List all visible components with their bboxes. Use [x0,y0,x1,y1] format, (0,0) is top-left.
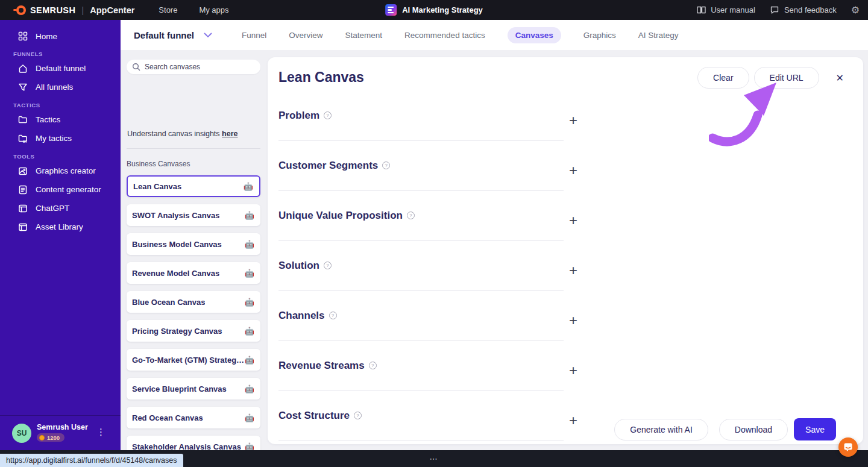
user-manual-link[interactable]: User manual [696,5,755,15]
canvas-item-red-ocean[interactable]: Red Ocean Canvas 🤖 [127,407,260,428]
info-icon[interactable]: ? [329,312,337,319]
tab-funnel[interactable]: Funnel [242,31,266,40]
sidebar-item-chatgpt[interactable]: ChatGPT [0,199,121,218]
canvas-item-go-to-market[interactable]: Go-To-Market (GTM) Strateg… 🤖 [127,349,260,371]
sidebar-item-label: Asset Library [36,222,83,231]
add-item-button[interactable]: + [569,413,577,428]
chevron-down-icon [203,30,213,40]
sidebar-item-asset-library[interactable]: Asset Library [0,218,121,236]
canvas-item-label: Stakeholder Analysis Canvas [132,442,241,451]
edit-url-button[interactable]: Edit URL [754,67,819,89]
window-icon [17,203,28,213]
section-title: Unique Value Proposition [278,210,403,222]
user-block[interactable]: SU Semrush User 1200 ⋮ [0,415,121,450]
canvas-item-service-blueprint[interactable]: Service Blueprint Canvas 🤖 [127,378,260,400]
sidebar-group-tactics: TACTICS [0,102,121,108]
nav-my-apps[interactable]: My apps [199,5,228,14]
generate-with-ai-button[interactable]: Generate with AI [614,419,708,440]
sidebar-item-default-funnel[interactable]: Default funnel [0,59,121,78]
robot-icon: 🤖 [245,298,254,306]
section-divider [278,390,564,391]
close-icon[interactable]: ✕ [836,72,844,84]
user-menu-dots-icon[interactable]: ⋮ [96,427,106,437]
nav-store[interactable]: Store [159,5,177,14]
section-divider [278,240,564,241]
canvas-actions: Clear Edit URL ✕ [697,67,844,89]
canvas-item-label: Go-To-Market (GTM) Strateg… [132,356,244,365]
sidebar-item-my-tactics[interactable]: MY My tactics [0,129,121,148]
robot-icon: 🤖 [245,240,254,248]
section-divider [278,140,564,141]
canvas-footer-actions: Generate with AI Download Save [614,418,836,440]
canvas-item-lean-canvas[interactable]: Lean Canvas 🤖 [127,175,260,197]
add-item-button[interactable]: + [569,313,577,328]
tab-statement[interactable]: Statement [345,31,383,40]
sidebar-item-label: ChatGPT [36,204,69,213]
status-url: https://app.digitalfirst.ai/funnels/f/d/… [6,456,177,465]
clear-button[interactable]: Clear [697,67,749,89]
section-revenue-streams: Revenue Streams ? + [278,355,577,405]
tab-recommended-tactics[interactable]: Recommended tactics [404,31,485,40]
sidebar-item-label: Content generator [36,185,101,194]
canvas-item-stakeholder-analysis[interactable]: Stakeholder Analysis Canvas 🤖 [127,436,260,450]
user-manual-label: User manual [711,5,755,14]
tab-canvases[interactable]: Canvases [508,27,561,43]
save-button[interactable]: Save [794,418,836,440]
section-title: Channels [278,310,325,322]
send-feedback-link[interactable]: Send feedback [770,5,837,15]
chat-widget-button[interactable] [838,437,858,457]
robot-icon: 🤖 [245,212,254,219]
section-divider [278,290,564,291]
section-title: Solution [278,260,319,272]
book-icon [696,5,706,15]
add-item-button[interactable]: + [569,113,577,128]
add-item-button[interactable]: + [569,263,577,278]
canvas-item-label: SWOT Analysis Canvas [132,211,219,220]
info-icon[interactable]: ? [324,111,332,119]
canvas-item-pricing-strategy[interactable]: Pricing Strategy Canvas 🤖 [127,320,260,342]
tab-overview[interactable]: Overview [289,31,322,40]
robot-icon: 🤖 [245,414,254,422]
add-item-button[interactable]: + [569,363,577,378]
sidebar-item-content-generator[interactable]: Content generator [0,180,121,199]
info-icon[interactable]: ? [354,412,362,419]
canvas-item-label: Blue Ocean Canvas [132,298,205,307]
canvas-item-swot-analysis[interactable]: SWOT Analysis Canvas 🤖 [127,204,260,226]
download-button[interactable]: Download [719,419,788,440]
canvas-item-label: Pricing Strategy Canvas [132,327,222,336]
sidebar-item-all-funnels[interactable]: All funnels [0,78,121,96]
robot-icon: 🤖 [245,327,254,335]
brand-divider: | [81,5,84,15]
section-title: Customer Segments [278,160,378,172]
taskbar-dots: ⋯ [430,454,439,463]
canvas-item-revenue-model[interactable]: Revenue Model Canvas 🤖 [127,262,260,284]
sidebar-item-label: Tactics [36,115,60,124]
add-item-button[interactable]: + [569,163,577,178]
lean-canvas-card: Lean Canvas Clear Edit URL ✕ Problem ? +… [268,57,863,444]
sidebar-item-home[interactable]: Home [0,27,121,45]
app-icon [385,4,397,16]
sidebar-item-tactics[interactable]: Tactics [0,110,121,129]
tab-ai-strategy[interactable]: AI Strategy [638,31,679,40]
search-wrap [127,60,260,74]
search-input[interactable] [127,60,260,74]
canvas-item-blue-ocean[interactable]: Blue Ocean Canvas 🤖 [127,291,260,313]
section-title: Revenue Streams [278,360,365,372]
home-icon [17,63,28,74]
info-icon[interactable]: ? [324,262,332,269]
funnel-selector[interactable]: Default funnel [134,30,213,40]
sidebar-item-graphics-creator[interactable]: Graphics creator [0,161,121,180]
info-icon[interactable]: ? [369,362,377,369]
canvas-item-business-model[interactable]: Business Model Canvas 🤖 [127,233,260,255]
info-icon[interactable]: ? [407,212,415,219]
info-icon[interactable]: ? [382,161,390,169]
sidebar-item-label: Graphics creator [36,166,96,175]
semrush-logo[interactable]: SEMRUSH | AppCenter [16,5,134,15]
tab-graphics[interactable]: Graphics [583,31,616,40]
section-channels: Channels ? + [278,305,577,355]
add-item-button[interactable]: + [569,213,577,228]
search-icon [132,63,140,74]
settings-gear-icon[interactable]: ⚙ [851,5,860,15]
sidebar-item-label: Default funnel [36,64,86,73]
section-divider [278,340,564,341]
